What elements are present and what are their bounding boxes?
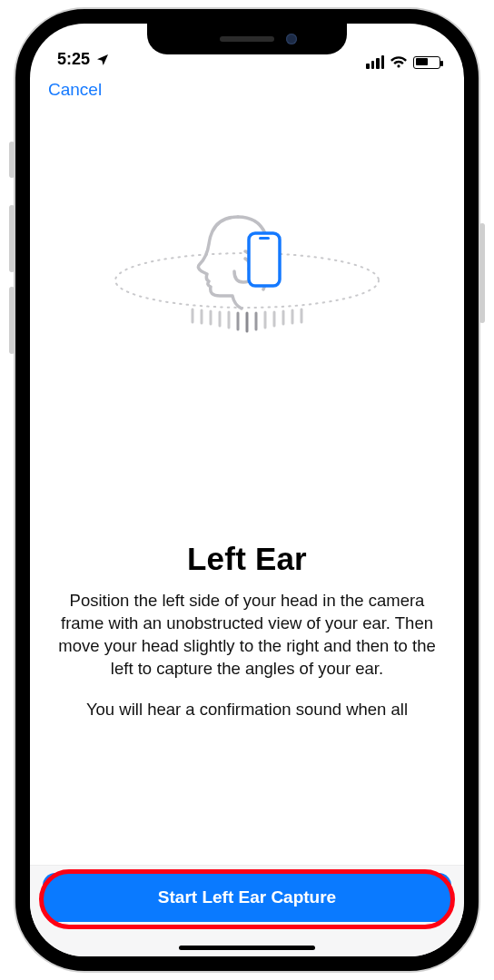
nav-bar: Cancel [30,71,464,105]
cellular-signal-icon [366,55,384,69]
battery-icon [413,56,440,69]
orbit-illustration-svg [102,182,392,364]
screen: 5:25 Cancel [30,24,464,956]
instructions-text: Position the left side of your head in t… [55,590,439,681]
start-capture-button-label: Start Left Ear Capture [158,887,336,907]
page-title: Left Ear [55,541,439,577]
start-capture-button[interactable]: Start Left Ear Capture [43,873,451,922]
home-indicator[interactable] [179,946,315,950]
illustration-area [30,105,464,441]
confirmation-text: You will hear a confirmation sound when … [55,699,439,721]
mute-switch [9,142,15,178]
volume-up-button [9,205,15,272]
ear-capture-illustration [102,182,392,364]
svg-rect-14 [249,233,280,286]
status-right [366,55,440,69]
status-time: 5:25 [57,50,90,69]
button-row: Start Left Ear Capture [30,865,464,938]
svg-rect-15 [259,237,270,240]
wifi-icon [390,55,408,69]
phone-outline-icon [249,233,280,286]
content-section: Left Ear Position the left side of your … [30,541,464,721]
notch [147,24,347,54]
location-arrow-icon [95,53,110,67]
front-camera [286,34,297,44]
home-indicator-area [30,938,464,956]
side-button [479,223,485,323]
speaker-grille [220,36,274,42]
volume-down-button [9,287,15,354]
cancel-button[interactable]: Cancel [48,80,102,99]
status-left: 5:25 [57,50,110,69]
phone-device-frame: 5:25 Cancel [15,9,479,971]
